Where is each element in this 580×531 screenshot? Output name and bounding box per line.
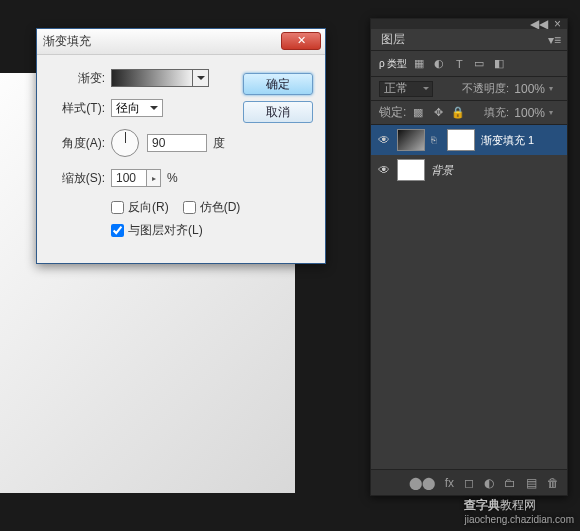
ok-button[interactable]: 确定 xyxy=(243,73,313,95)
fill-value[interactable]: 100% xyxy=(513,106,545,120)
angle-dial[interactable] xyxy=(111,129,139,157)
angle-unit: 度 xyxy=(213,135,225,152)
scale-stepper[interactable]: ▸ xyxy=(147,169,161,187)
dither-label: 仿色(D) xyxy=(200,199,241,216)
link-layers-icon[interactable]: ⬤⬤ xyxy=(409,476,435,490)
panel-tab-layers[interactable]: 图层 ▾≡ xyxy=(371,29,567,51)
watermark: 查字典教程网 jiaocheng.chazidian.com xyxy=(464,496,574,525)
link-icon: ⎘ xyxy=(431,135,441,145)
filter-kind-label[interactable]: ρ 类型 xyxy=(379,57,407,71)
panel-collapse-bar[interactable]: ◀◀ × xyxy=(371,19,567,29)
reverse-checkbox[interactable]: 反向(R) xyxy=(111,199,169,216)
angle-label: 角度(A): xyxy=(47,135,105,152)
dialog-title: 渐变填充 xyxy=(43,33,91,50)
adjustment-icon[interactable]: ◐ xyxy=(484,476,494,490)
lock-position-icon[interactable]: ✥ xyxy=(430,106,446,120)
opacity-value[interactable]: 100% xyxy=(513,82,545,96)
blend-row: 正常 不透明度: 100% ▾ xyxy=(371,77,567,101)
panel-footer: ⬤⬤ fx ◻ ◐ 🗀 ▤ 🗑 xyxy=(371,469,567,495)
scale-input[interactable] xyxy=(111,169,147,187)
layer-list: 👁 ⎘ 渐变填充 1 👁 背景 xyxy=(371,125,567,469)
group-icon[interactable]: 🗀 xyxy=(504,476,516,490)
dither-check-input[interactable] xyxy=(183,201,196,214)
style-value: 径向 xyxy=(116,100,140,117)
layers-panel: ◀◀ × 图层 ▾≡ ρ 类型 ▦ ◐ T ▭ ◧ 正常 不透明度: 100% … xyxy=(370,18,568,496)
layer-filter-row: ρ 类型 ▦ ◐ T ▭ ◧ xyxy=(371,51,567,77)
align-label: 与图层对齐(L) xyxy=(128,222,203,239)
dialog-titlebar[interactable]: 渐变填充 ✕ xyxy=(37,29,325,55)
style-label: 样式(T): xyxy=(47,100,105,117)
filter-smart-icon[interactable]: ◧ xyxy=(491,57,507,71)
fx-icon[interactable]: fx xyxy=(445,476,454,490)
delete-icon[interactable]: 🗑 xyxy=(547,476,559,490)
lock-row: 锁定: ▩ ✥ 🔒 填充: 100% ▾ xyxy=(371,101,567,125)
gradient-picker-arrow[interactable] xyxy=(193,69,209,87)
panel-tab-label: 图层 xyxy=(381,31,405,48)
blend-mode-select[interactable]: 正常 xyxy=(379,81,433,97)
close-button[interactable]: ✕ xyxy=(281,32,321,50)
style-select[interactable]: 径向 xyxy=(111,99,163,117)
dither-checkbox[interactable]: 仿色(D) xyxy=(183,199,241,216)
visibility-icon[interactable]: 👁 xyxy=(377,163,391,177)
mask-thumbnail[interactable] xyxy=(447,129,475,151)
fill-arrow-icon[interactable]: ▾ xyxy=(549,108,559,117)
mask-icon[interactable]: ◻ xyxy=(464,476,474,490)
filter-shape-icon[interactable]: ▭ xyxy=(471,57,487,71)
visibility-icon[interactable]: 👁 xyxy=(377,133,391,147)
cancel-button[interactable]: 取消 xyxy=(243,101,313,123)
gradient-swatch[interactable] xyxy=(111,69,193,87)
reverse-check-input[interactable] xyxy=(111,201,124,214)
lock-pixels-icon[interactable]: ▩ xyxy=(410,106,426,120)
layer-thumbnail[interactable] xyxy=(397,129,425,151)
scale-unit: % xyxy=(167,171,178,185)
opacity-arrow-icon[interactable]: ▾ xyxy=(549,84,559,93)
lock-label: 锁定: xyxy=(379,104,406,121)
layer-name[interactable]: 背景 xyxy=(431,163,453,178)
lock-all-icon[interactable]: 🔒 xyxy=(450,106,466,120)
layer-row[interactable]: 👁 ⎘ 渐变填充 1 xyxy=(371,125,567,155)
layer-thumbnail[interactable] xyxy=(397,159,425,181)
filter-adjust-icon[interactable]: ◐ xyxy=(431,57,447,71)
layer-name[interactable]: 渐变填充 1 xyxy=(481,133,534,148)
scale-label: 缩放(S): xyxy=(47,170,105,187)
blend-mode-value: 正常 xyxy=(384,80,408,97)
panel-menu-icon[interactable]: ▾≡ xyxy=(548,33,561,47)
fill-label: 填充: xyxy=(484,105,509,120)
align-checkbox[interactable]: 与图层对齐(L) xyxy=(111,222,203,239)
gradient-fill-dialog: 渐变填充 ✕ 渐变: 样式(T): 径向 角度(A): 度 缩放(S): ▸ % xyxy=(36,28,326,264)
new-layer-icon[interactable]: ▤ xyxy=(526,476,537,490)
align-check-input[interactable] xyxy=(111,224,124,237)
angle-input[interactable] xyxy=(147,134,207,152)
filter-type-icon[interactable]: T xyxy=(451,57,467,71)
opacity-label: 不透明度: xyxy=(462,81,509,96)
filter-pixel-icon[interactable]: ▦ xyxy=(411,57,427,71)
layer-row[interactable]: 👁 背景 xyxy=(371,155,567,185)
gradient-label: 渐变: xyxy=(47,70,105,87)
reverse-label: 反向(R) xyxy=(128,199,169,216)
